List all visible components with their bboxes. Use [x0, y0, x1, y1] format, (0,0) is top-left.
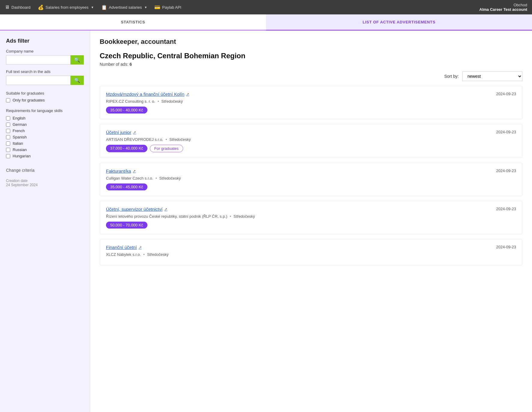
- job-card-header: Fakturant/ka ↗ 2024-09-23: [106, 168, 516, 174]
- sidebar-title: Ads filter: [6, 38, 84, 44]
- language-checkbox-italian[interactable]: [6, 141, 10, 146]
- job-tags-row: 35,000 - 40,000 Kč: [106, 107, 516, 114]
- company-name: Řízení letového provozu České republiky,…: [106, 214, 227, 219]
- salary-tag: 37,000 - 40,000 Kč: [106, 145, 147, 152]
- language-label-english[interactable]: English: [13, 116, 26, 120]
- language-row-italian: Italian: [6, 141, 84, 146]
- nav-salaries-from-employees[interactable]: 💰 Salaries from employees ▼: [38, 5, 94, 10]
- job-title-text: Účetní junior: [106, 130, 131, 135]
- full-text-field-row: 🔍: [6, 76, 84, 85]
- paylab-label: Paylab API: [162, 5, 181, 10]
- language-label-german[interactable]: German: [13, 122, 27, 127]
- job-card-header: Mzdová/mzdový a finanční účetní Kolín ↗ …: [106, 92, 516, 97]
- region-title: Czech Republic, Central Bohemian Region: [100, 52, 522, 60]
- job-company: RIPEX.CZ Consulting s. r. o. • Středočes…: [106, 99, 516, 104]
- full-text-label: Full text search in the ads: [6, 69, 84, 74]
- language-checkbox-french[interactable]: [6, 129, 10, 133]
- job-region: Středočeský: [159, 176, 181, 180]
- company-name: XLCZ Nábytek s.r.o.: [106, 252, 141, 257]
- only-for-graduates-label[interactable]: Only for graduates: [13, 98, 45, 102]
- language-checkbox-spanish[interactable]: [6, 135, 10, 139]
- creation-date-value: 24 September 2024: [6, 183, 84, 187]
- language-checkbox-russian[interactable]: [6, 148, 10, 152]
- dashboard-label: Dashboard: [11, 5, 31, 10]
- main-layout: Ads filter Company name 🔍 Full text sear…: [0, 31, 532, 412]
- tab-list-active-ads[interactable]: LIST OF ACTIVE ADVERTISEMENTS: [266, 14, 532, 31]
- creation-date-label: Creation date: [6, 179, 84, 183]
- job-title-link[interactable]: Finanční účetní ↗: [106, 245, 142, 250]
- graduates-section: Suitable for graduates Only for graduate…: [6, 91, 84, 102]
- external-link-icon: ↗: [133, 169, 136, 173]
- external-link-icon: ↗: [164, 207, 167, 211]
- dot-separator: •: [156, 176, 157, 180]
- job-title-link[interactable]: Účetní, supervizor účetnictví ↗: [106, 207, 167, 212]
- job-title-text: Mzdová/mzdový a finanční účetní Kolín: [106, 92, 184, 97]
- job-company: XLCZ Nábytek s.r.o. • Středočeský: [106, 252, 516, 257]
- external-link-icon: ↗: [139, 245, 142, 250]
- language-label-russian[interactable]: Russian: [13, 147, 27, 152]
- job-date: 2024-09-23: [496, 245, 516, 249]
- ads-count-label: Number of ads:: [100, 62, 128, 67]
- only-for-graduates-checkbox[interactable]: [6, 98, 10, 102]
- sidebar: Ads filter Company name 🔍 Full text sear…: [0, 31, 90, 412]
- advertised-dropdown-arrow: ▼: [144, 6, 147, 9]
- language-row-french: French: [6, 129, 84, 133]
- creation-date: Creation date 24 September 2024: [6, 179, 84, 187]
- job-region: Středočeský: [234, 214, 255, 219]
- job-date: 2024-09-23: [496, 207, 516, 211]
- only-for-graduates-row: Only for graduates: [6, 98, 84, 102]
- language-row-english: English: [6, 116, 84, 120]
- external-link-icon: ↗: [133, 130, 136, 135]
- job-title-link[interactable]: Fakturant/ka ↗: [106, 168, 136, 174]
- job-title-link[interactable]: Mzdová/mzdový a finanční účetní Kolín ↗: [106, 92, 189, 97]
- account-company: Obchod: [479, 3, 527, 7]
- ads-count: Number of ads: 6: [100, 62, 522, 67]
- external-link-icon: ↗: [186, 92, 189, 96]
- salaries-dropdown-arrow: ▼: [91, 6, 94, 9]
- language-label-hungarian[interactable]: Hungarian: [13, 154, 31, 158]
- nav-dashboard[interactable]: 🖥 Dashboard: [5, 5, 31, 10]
- salary-tag: 35,000 - 40,000 Kč: [106, 107, 147, 114]
- job-company: Řízení letového provozu České republiky,…: [106, 214, 516, 219]
- language-checkbox-german[interactable]: [6, 123, 10, 127]
- language-title: Requirements for language skills: [6, 108, 84, 113]
- job-company: Culligan Water Czech s.r.o. • Středočesk…: [106, 176, 516, 180]
- account-menu[interactable]: Obchod Alma Career Test account: [479, 3, 527, 12]
- language-label-italian[interactable]: Italian: [13, 141, 23, 146]
- tab-statistics[interactable]: STATISTICS: [0, 14, 266, 30]
- job-cards-container: Mzdová/mzdový a finanční účetní Kolín ↗ …: [100, 86, 522, 265]
- advertised-label: Advertised salaries: [109, 5, 142, 10]
- language-label-spanish[interactable]: Spanish: [13, 135, 27, 139]
- company-name-label: Company name: [6, 49, 84, 53]
- job-date: 2024-09-23: [496, 92, 516, 96]
- job-title-link[interactable]: Účetní junior ↗: [106, 130, 136, 135]
- sort-row: Sort by: newest: [100, 71, 522, 81]
- language-checkbox-hungarian[interactable]: [6, 154, 10, 158]
- job-card: Účetní, supervizor účetnictví ↗ 2024-09-…: [100, 201, 522, 234]
- salary-tag: 50,000 - 70,000 Kč: [106, 222, 147, 229]
- job-card-header: Účetní junior ↗ 2024-09-23: [106, 130, 516, 135]
- full-text-search-button[interactable]: 🔍: [71, 76, 84, 85]
- job-region: Středočeský: [147, 252, 169, 257]
- sort-select[interactable]: newest: [462, 71, 522, 81]
- graduates-title: Suitable for graduates: [6, 91, 84, 95]
- company-name-input[interactable]: [6, 55, 71, 65]
- main-content: Bookkeeper, accountant Czech Republic, C…: [90, 31, 532, 412]
- nav-advertised-salaries[interactable]: 📋 Advertised salaries ▼: [101, 5, 147, 10]
- job-card: Fakturant/ka ↗ 2024-09-23 Culligan Water…: [100, 163, 522, 196]
- change-criteria-link[interactable]: Change criteria: [6, 168, 84, 173]
- company-name: Culligan Water Czech s.r.o.: [106, 176, 153, 180]
- job-tags-row: 37,000 - 40,000 Kč For graduates: [106, 145, 516, 152]
- company-name: RIPEX.CZ Consulting s. r. o.: [106, 99, 155, 104]
- language-label-french[interactable]: French: [13, 129, 25, 133]
- dot-separator: •: [158, 99, 159, 104]
- dot-separator: •: [165, 137, 167, 142]
- language-checkbox-english[interactable]: [6, 116, 10, 120]
- company-name-search-button[interactable]: 🔍: [71, 55, 84, 65]
- job-title-text: Finanční účetní: [106, 245, 137, 250]
- full-text-input[interactable]: [6, 76, 71, 85]
- job-card: Mzdová/mzdový a finanční účetní Kolín ↗ …: [100, 86, 522, 119]
- language-row-russian: Russian: [6, 147, 84, 152]
- nav-paylab-api[interactable]: 💳 Paylab API: [154, 5, 181, 10]
- job-card: Finanční účetní ↗ 2024-09-23 XLCZ Nábyte…: [100, 239, 522, 265]
